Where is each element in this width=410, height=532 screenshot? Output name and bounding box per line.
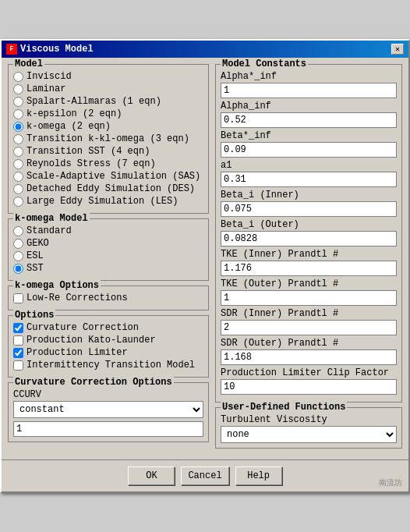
curvature-options-group-title: Curvature Correction Options <box>13 377 174 388</box>
model-spalart-label: Spalart-Allmaras (1 eqn) <box>27 96 161 107</box>
button-bar: OK Cancel Help <box>2 459 408 491</box>
low-re-checkbox[interactable] <box>13 293 23 303</box>
alpha-inf-input[interactable] <box>221 112 397 128</box>
curvature-options-content: CCURV constant <box>13 389 203 437</box>
model-transition-kklomega-radio[interactable] <box>13 134 23 144</box>
tke-inner-prandtl-input[interactable] <box>221 261 397 276</box>
beta-star-inf-input[interactable] <box>221 142 397 158</box>
low-re-label: Low-Re Corrections <box>27 293 128 303</box>
ccurv-label: CCURV <box>13 389 203 400</box>
watermark: 南流坊 <box>379 477 402 488</box>
viscous-model-window: F Viscous Model ✕ Model Inviscid Laminar <box>0 39 410 493</box>
komega-options-group: k-omega Options Low-Re Corrections <box>8 286 209 310</box>
window-icon: F <box>6 44 17 55</box>
model-transition-sst-label: Transition SST (4 eqn) <box>27 146 150 157</box>
model-detached-eddy[interactable]: Detached Eddy Simulation (DES) <box>13 183 203 194</box>
model-detached-eddy-label: Detached Eddy Simulation (DES) <box>27 183 195 194</box>
komega-sst[interactable]: SST <box>13 263 203 274</box>
a1-input[interactable] <box>221 172 397 187</box>
model-inviscid-label: Inviscid <box>27 71 72 82</box>
model-spalart[interactable]: Spalart-Allmaras (1 eqn) <box>13 96 203 107</box>
komega-esl[interactable]: ESL <box>13 250 203 261</box>
help-button[interactable]: Help <box>235 466 282 485</box>
alpha-star-inf-input[interactable] <box>221 83 397 98</box>
alpha-inf-label: Alpha_inf <box>221 101 397 112</box>
komega-standard-radio[interactable] <box>13 226 23 236</box>
turbulent-viscosity-label: Turbulent Viscosity <box>221 414 397 425</box>
main-content: Model Inviscid Laminar Spalart-Allmaras … <box>2 58 408 459</box>
cancel-button[interactable]: Cancel <box>181 466 228 485</box>
curvature-correction-checkbox[interactable] <box>13 323 23 333</box>
production-limiter[interactable]: Production Limiter <box>13 347 203 358</box>
user-defined-content: Turbulent Viscosity none <box>221 414 397 443</box>
model-reynolds-stress-radio[interactable] <box>13 159 23 169</box>
model-komega-label: k-omega (2 eqn) <box>27 121 111 132</box>
model-kepsilon[interactable]: k-epsilon (2 eqn) <box>13 108 203 119</box>
komega-geko[interactable]: GEKO <box>13 238 203 249</box>
window-title: Viscous Model <box>20 44 94 55</box>
model-spalart-radio[interactable] <box>13 97 23 107</box>
field-sdr-inner-prandtl: SDR (Inner) Prandtl # <box>221 308 397 335</box>
left-panel: Model Inviscid Laminar Spalart-Allmaras … <box>8 64 209 453</box>
ccurv-select[interactable]: constant <box>13 401 203 418</box>
model-large-eddy[interactable]: Large Eddy Simulation (LES) <box>13 196 203 207</box>
field-tke-inner-prandtl: TKE (Inner) Prandtl # <box>221 249 397 276</box>
intermittency-transition-checkbox[interactable] <box>13 360 23 371</box>
tke-inner-prandtl-label: TKE (Inner) Prandtl # <box>221 249 397 260</box>
model-laminar[interactable]: Laminar <box>13 83 203 94</box>
komega-esl-radio[interactable] <box>13 251 23 261</box>
komega-standard[interactable]: Standard <box>13 225 203 236</box>
model-transition-sst-radio[interactable] <box>13 147 23 157</box>
sdr-inner-prandtl-input[interactable] <box>221 320 397 335</box>
user-defined-group-title: User-Defined Functions <box>221 402 347 413</box>
options-group-title: Options <box>13 310 55 321</box>
model-scale-adaptive[interactable]: Scale-Adaptive Simulation (SAS) <box>13 171 203 182</box>
tke-outer-prandtl-label: TKE (Outer) Prandtl # <box>221 278 397 289</box>
close-button[interactable]: ✕ <box>391 44 404 55</box>
bottom-area: OK Cancel Help 南流坊 <box>2 459 408 491</box>
model-constants-title: Model Constants <box>221 59 308 69</box>
model-inviscid[interactable]: Inviscid <box>13 71 203 82</box>
sdr-outer-prandtl-input[interactable] <box>221 349 397 365</box>
model-scale-adaptive-radio[interactable] <box>13 172 23 182</box>
model-transition-kklomega[interactable]: Transition k-kl-omega (3 eqn) <box>13 133 203 144</box>
model-laminar-radio[interactable] <box>13 84 23 94</box>
komega-geko-radio[interactable] <box>13 239 23 249</box>
model-constants-group: Model Constants Alpha*_inf Alpha_inf Bet… <box>215 64 402 403</box>
komega-sst-radio[interactable] <box>13 264 23 274</box>
model-komega[interactable]: k-omega (2 eqn) <box>13 121 203 132</box>
sdr-inner-prandtl-label: SDR (Inner) Prandtl # <box>221 308 397 319</box>
ccurv-input[interactable] <box>13 421 203 437</box>
production-limiter-checkbox[interactable] <box>13 348 23 358</box>
model-kepsilon-radio[interactable] <box>13 109 23 119</box>
komega-model-group-title: k-omega Model <box>13 213 90 224</box>
a1-label: a1 <box>221 160 397 171</box>
curvature-options-group: Curvature Correction Options CCURV const… <box>8 382 209 442</box>
model-inviscid-radio[interactable] <box>13 72 23 82</box>
production-limiter-clip-input[interactable] <box>221 379 397 395</box>
curvature-correction[interactable]: Curvature Correction <box>13 322 203 333</box>
model-komega-radio[interactable] <box>13 122 23 132</box>
field-beta-i-outer: Beta_i (Outer) <box>221 219 397 246</box>
turbulent-viscosity-select[interactable]: none <box>221 426 397 443</box>
tke-outer-prandtl-input[interactable] <box>221 290 397 306</box>
low-re-corrections[interactable]: Low-Re Corrections <box>13 293 203 303</box>
production-kato-launder[interactable]: Production Kato-Launder <box>13 335 203 346</box>
intermittency-transition[interactable]: Intermittency Transition Model <box>13 360 203 371</box>
beta-i-outer-input[interactable] <box>221 231 397 246</box>
komega-esl-label: ESL <box>27 250 44 261</box>
production-kato-checkbox[interactable] <box>13 335 23 346</box>
field-beta-star-inf: Beta*_inf <box>221 130 397 158</box>
field-alpha-inf: Alpha_inf <box>221 101 397 128</box>
ok-button[interactable]: OK <box>128 466 175 485</box>
beta-i-inner-input[interactable] <box>221 201 397 217</box>
komega-options-content: Low-Re Corrections <box>13 293 203 303</box>
model-options: Inviscid Laminar Spalart-Allmaras (1 eqn… <box>13 71 203 207</box>
field-beta-i-inner: Beta_i (Inner) <box>221 190 397 217</box>
model-group: Model Inviscid Laminar Spalart-Allmaras … <box>8 64 209 214</box>
model-transition-sst[interactable]: Transition SST (4 eqn) <box>13 146 203 157</box>
model-reynolds-stress[interactable]: Reynolds Stress (7 eqn) <box>13 158 203 169</box>
model-large-eddy-radio[interactable] <box>13 197 23 207</box>
model-detached-eddy-radio[interactable] <box>13 184 23 194</box>
model-large-eddy-label: Large Eddy Simulation (LES) <box>27 196 178 207</box>
